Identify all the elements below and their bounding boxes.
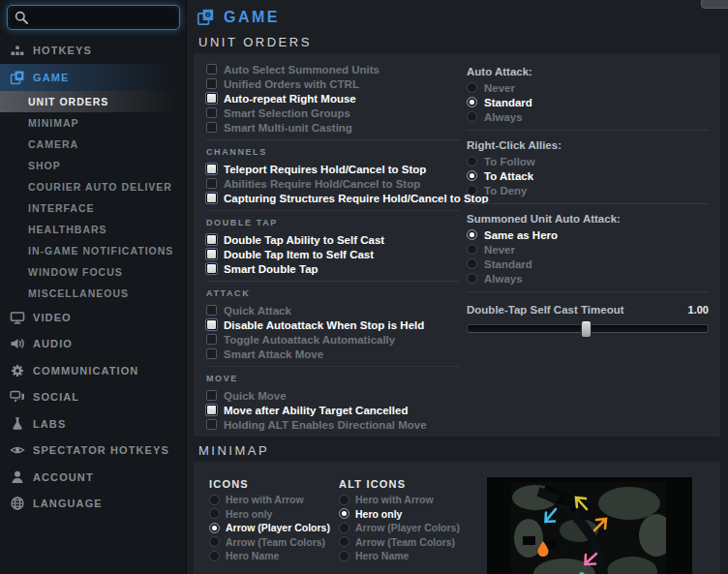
checkbox-row[interactable]: Double Tap Item to Self Cast: [206, 247, 460, 261]
radio-group-minimap-icons: ICONS Hero with Arrow Hero only Arrow (P…: [209, 477, 330, 563]
radio-option[interactable]: To Follow: [467, 154, 709, 168]
sidebar-item-label: CAMERA: [28, 138, 78, 150]
checkbox-row[interactable]: Smart Double Tap: [206, 261, 460, 276]
radio-icon: [467, 273, 477, 284]
radio-option[interactable]: Always: [467, 271, 709, 286]
radio-label: Arrow (Player Colors): [226, 522, 330, 533]
radio-option[interactable]: Hero Name: [339, 549, 460, 563]
checkbox-row[interactable]: Disable Autoattack When Stop is Held: [206, 317, 460, 332]
page-title: UNIT ORDERS: [198, 35, 312, 49]
radio-label: Arrow (Team Colors): [355, 536, 455, 548]
checkbox-row[interactable]: Smart Attack Move: [206, 347, 460, 361]
radio-icon: [339, 495, 349, 505]
checkbox-icon: [206, 164, 217, 174]
sidebar-item-communication[interactable]: COMMUNICATION: [0, 357, 186, 384]
radio-option[interactable]: Arrow (Team Colors): [209, 535, 330, 550]
window-button-partial[interactable]: [701, 0, 728, 9]
checkbox-icon: [206, 234, 217, 245]
sidebar-item-label: ACCOUNT: [33, 471, 94, 483]
sidebar-item-label: MINIMAP: [28, 117, 79, 129]
radio-label: Hero Name: [226, 550, 279, 561]
unit-orders-panel: Auto Select Summoned Units Unified Order…: [194, 53, 720, 437]
sidebar-item-spectator-hotkeys[interactable]: SPECTATOR HOTKEYS: [0, 438, 186, 465]
checkbox-label: Move after Ability Target Cancelled: [224, 405, 408, 416]
slider-handle[interactable]: [581, 320, 592, 338]
checkbox-row[interactable]: Toggle Autoattack Automatically: [206, 332, 460, 347]
checkbox-row[interactable]: Unified Orders with CTRL: [206, 76, 460, 91]
radio-option[interactable]: Standard: [467, 257, 709, 271]
radio-option[interactable]: Arrow (Team Colors): [339, 535, 460, 550]
sidebar-item-account[interactable]: ACCOUNT: [0, 464, 186, 491]
checkbox-row[interactable]: Holding ALT Enables Directional Move: [206, 417, 460, 432]
sidebar-item-courier-auto-deliver[interactable]: COURIER AUTO DELIVER: [0, 176, 186, 197]
radio-option[interactable]: To Attack: [467, 168, 709, 183]
sidebar-item-audio[interactable]: AUDIO: [0, 331, 186, 358]
sidebar-item-video[interactable]: VIDEO: [0, 304, 186, 331]
minimap-section-title: MINIMAP: [198, 443, 269, 458]
radio-option[interactable]: Hero Name: [209, 549, 330, 563]
radio-label: Same as Hero: [484, 229, 558, 241]
radio-label: Standard: [484, 258, 532, 270]
sidebar-item-miscellaneous[interactable]: MISCELLANEOUS: [0, 283, 186, 304]
sidebar-item-label: LANGUAGE: [33, 498, 103, 509]
radio-label: Hero with Arrow: [226, 494, 304, 505]
slider-track[interactable]: [467, 324, 709, 333]
checkbox-icon: [206, 64, 217, 75]
checkbox-row[interactable]: Auto Select Summoned Units: [206, 62, 460, 76]
radio-option[interactable]: Hero with Arrow: [339, 493, 460, 507]
checkbox-icon: [206, 405, 217, 415]
radio-icon: [467, 111, 477, 122]
radio-icon: [339, 536, 349, 547]
sidebar-item-ingame-notifications[interactable]: IN-GAME NOTIFICATIONS: [0, 240, 186, 261]
checkbox-row[interactable]: Capturing Structures Require Hold/Cancel…: [206, 191, 460, 205]
checkbox-row[interactable]: Double Tap Ability to Self Cast: [206, 232, 460, 247]
radio-icon: [467, 229, 477, 240]
sidebar-item-unit-orders[interactable]: UNIT ORDERS: [0, 91, 186, 112]
search-input[interactable]: [34, 11, 173, 24]
radio-option[interactable]: Hero with Arrow: [209, 493, 330, 507]
radio-option[interactable]: Same as Hero: [467, 227, 709, 242]
radio-label: Standard: [484, 97, 532, 108]
radio-option[interactable]: Always: [467, 109, 709, 124]
checkbox-row[interactable]: Smart Selection Groups: [206, 106, 460, 120]
checkbox-row[interactable]: Quick Attack: [206, 303, 460, 317]
checkbox-row[interactable]: Auto-repeat Right Mouse: [206, 91, 460, 106]
radio-option[interactable]: Hero only: [339, 507, 460, 522]
radio-label: Never: [484, 82, 515, 94]
sidebar-item-hotkeys[interactable]: HOTKEYS: [0, 37, 186, 64]
checkbox-icon: [206, 122, 217, 133]
sidebar-item-labs[interactable]: LABS: [0, 410, 186, 438]
sidebar-item-minimap[interactable]: MINIMAP: [0, 112, 186, 134]
sidebar-item-language[interactable]: LANGUAGE: [0, 491, 186, 518]
checkbox-row[interactable]: Teleport Requires Hold/Cancel to Stop: [206, 162, 460, 176]
sidebar-item-healthbars[interactable]: HEALTHBARS: [0, 219, 186, 240]
radio-option[interactable]: Never: [467, 80, 709, 95]
checkbox-label: Abilities Require Hold/Cancel to Stop: [224, 178, 420, 190]
sidebar-item-window-focus[interactable]: WINDOW FOCUS: [0, 261, 186, 283]
radio-icon: [209, 551, 220, 561]
radio-option[interactable]: Arrow (Player Colors): [339, 521, 460, 535]
radio-option[interactable]: To Deny: [467, 183, 709, 197]
radio-option[interactable]: Hero only: [209, 507, 330, 522]
checkbox-row[interactable]: Quick Move: [206, 388, 460, 403]
person-icon: [10, 469, 25, 485]
checkbox-row[interactable]: Abilities Require Hold/Cancel to Stop: [206, 176, 460, 191]
radio-group-label: Summoned Unit Auto Attack:: [467, 212, 709, 227]
radio-icon: [467, 258, 477, 269]
checkbox-icon: [206, 263, 217, 274]
sidebar-item-interface[interactable]: INTERFACE: [0, 197, 186, 219]
sidebar-item-game[interactable]: GAME: [0, 64, 186, 91]
sidebar-item-social[interactable]: SOCIAL: [0, 384, 186, 411]
radio-option[interactable]: Arrow (Player Colors): [209, 521, 330, 535]
checkbox-row[interactable]: Move after Ability Target Cancelled: [206, 403, 460, 417]
radio-icon: [467, 185, 477, 196]
checkbox-row[interactable]: Smart Multi-unit Casting: [206, 120, 460, 135]
chat-bubbles-icon: [10, 389, 25, 405]
sidebar-item-camera[interactable]: CAMERA: [0, 134, 186, 155]
search-box[interactable]: [7, 5, 180, 30]
radio-option[interactable]: Standard: [467, 95, 709, 109]
radio-option[interactable]: Never: [467, 242, 709, 257]
sidebar-item-label: INTERFACE: [28, 202, 95, 214]
search-icon: [14, 10, 29, 25]
sidebar-item-shop[interactable]: SHOP: [0, 155, 186, 176]
